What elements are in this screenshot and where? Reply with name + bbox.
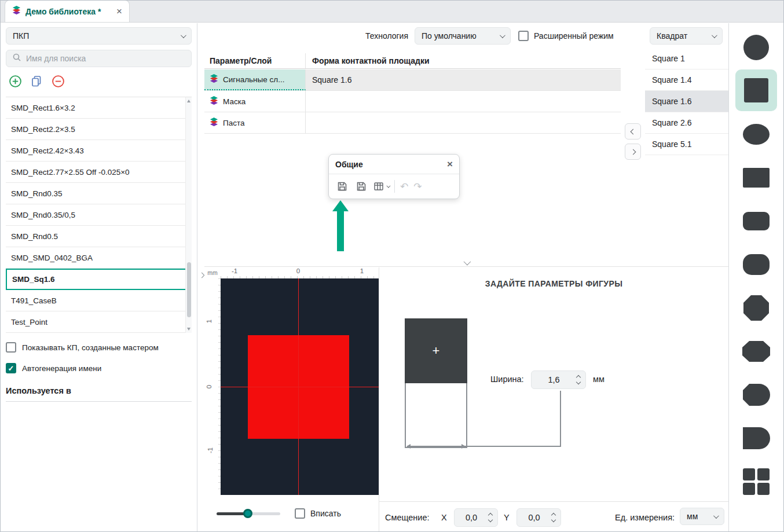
- pad-preview-canvas[interactable]: [221, 278, 379, 495]
- list-item[interactable]: SMD_Rnd0.35: [6, 183, 192, 204]
- palette-shape-octagon[interactable]: [742, 294, 770, 322]
- palette-shape-rounded-rectangle-large[interactable]: [742, 251, 770, 278]
- pad-table-header: Параметр/Слой Форма контактной площадки: [204, 53, 621, 69]
- offset-label: Смещение:: [385, 513, 430, 522]
- remove-pad-button[interactable]: [51, 74, 65, 88]
- palette-shape-circle[interactable]: [742, 34, 770, 61]
- zoom-slider[interactable]: [217, 509, 280, 518]
- save-all-button[interactable]: [354, 179, 368, 193]
- list-item-selected[interactable]: SMD_Sq1.6: [6, 269, 192, 290]
- shape-option-selected[interactable]: Square 1.6: [645, 91, 728, 112]
- palette-shape-rounded-rectangle[interactable]: [742, 207, 770, 235]
- width-spinner[interactable]: [531, 370, 586, 389]
- tab-demo-library[interactable]: Демо библиотека * ×: [5, 0, 130, 22]
- assign-left-button[interactable]: [625, 123, 641, 140]
- main-area: Технология По умолчанию Расширенный режи…: [204, 23, 728, 531]
- shape-option[interactable]: Square 2.6: [645, 112, 728, 134]
- units-dropdown[interactable]: мм: [680, 508, 724, 525]
- list-item[interactable]: SMD_SMD_0402_BGA: [6, 247, 192, 269]
- list-scrollbar[interactable]: [185, 97, 192, 333]
- list-item[interactable]: Test_Point: [6, 311, 192, 333]
- decrement-icon[interactable]: [551, 518, 556, 522]
- chevron-down-icon: [500, 32, 505, 38]
- table-view-button[interactable]: [373, 181, 389, 192]
- panel-close-icon[interactable]: ×: [447, 159, 453, 169]
- pad-actions: [6, 69, 192, 93]
- plus-icon: +: [433, 344, 440, 357]
- chevron-down-icon: [181, 32, 186, 38]
- offset-y-input[interactable]: [518, 513, 550, 522]
- redo-icon[interactable]: ↷: [413, 181, 422, 193]
- shape-palette: [728, 23, 783, 531]
- chevron-right-icon: [199, 272, 204, 278]
- decrement-icon[interactable]: [488, 518, 493, 522]
- offset-x-input[interactable]: [456, 513, 487, 522]
- list-item[interactable]: T491_CaseB: [6, 290, 192, 311]
- palette-shape-square[interactable]: [735, 69, 777, 111]
- list-item[interactable]: SMD_Rect2.77×2.55 Off -0.025×0: [6, 162, 192, 183]
- sidebar-collapse-handle[interactable]: [199, 269, 204, 281]
- palette-shape-ellipse[interactable]: [742, 120, 770, 148]
- extended-mode-label: Расширенный режим: [534, 31, 614, 41]
- offset-x-label: X: [441, 513, 447, 522]
- autoname-checkbox[interactable]: ✓: [6, 363, 16, 373]
- offset-x-spinner[interactable]: [454, 508, 498, 527]
- offset-y-label: Y: [504, 513, 510, 522]
- palette-shape-wide-octagon[interactable]: [742, 337, 770, 365]
- chevron-left-icon: [630, 129, 636, 134]
- annotation-arrow-up: [332, 200, 349, 251]
- table-row-signal-layers[interactable]: Сигнальные сл... Square 1.6: [204, 69, 621, 91]
- scroll-down-icon[interactable]: [187, 328, 190, 331]
- shape-option[interactable]: Square 5.1: [645, 134, 728, 155]
- search-input[interactable]: [26, 54, 185, 63]
- list-item[interactable]: SMD_Rect2.42×3.43: [6, 140, 192, 162]
- table-row-mask[interactable]: Маска: [204, 91, 621, 112]
- palette-shape-four-squares[interactable]: [742, 468, 770, 496]
- shape-option[interactable]: Square 1: [645, 48, 728, 69]
- list-item[interactable]: SMD_Rnd0.5: [6, 226, 192, 247]
- technology-label: Технология: [343, 31, 408, 41]
- scrollbar-thumb[interactable]: [187, 262, 191, 317]
- add-pad-button[interactable]: [8, 74, 22, 88]
- search-field[interactable]: [6, 50, 192, 67]
- palette-shape-d-shape[interactable]: [742, 424, 770, 452]
- vertical-ruler: 1 0 -1: [204, 278, 221, 495]
- origin-crosshair-horizontal: [221, 387, 379, 387]
- ruler-tick: 1: [206, 320, 213, 323]
- decrement-icon[interactable]: [576, 380, 581, 384]
- layer-shape-value[interactable]: [306, 91, 621, 112]
- copy-pad-button[interactable]: [30, 74, 43, 88]
- list-item[interactable]: SMD_Rect1.6×3.2: [6, 97, 192, 119]
- list-item[interactable]: SMD_Rnd0.35/0,5: [6, 204, 192, 226]
- column-header-layer: Параметр/Слой: [204, 53, 306, 68]
- technology-dropdown[interactable]: По умолчанию: [415, 27, 511, 45]
- table-row-paste[interactable]: Паста: [204, 112, 621, 134]
- list-item[interactable]: SMD_Rect2.2×3.5: [6, 119, 192, 140]
- offset-y-spinner[interactable]: [516, 508, 561, 527]
- layer-shape-value[interactable]: Square 1.6: [306, 69, 621, 90]
- canvas-footer: Вписать: [217, 504, 341, 523]
- show-master-checkbox[interactable]: [6, 342, 16, 353]
- autoname-label: Автогенерация имени: [22, 364, 101, 373]
- slider-knob[interactable]: [243, 509, 252, 518]
- shape-type-dropdown[interactable]: Квадрат: [650, 27, 723, 45]
- shape-option[interactable]: Square 1.4: [645, 69, 728, 91]
- layers-icon: [210, 117, 218, 129]
- width-dimension-arrow: [407, 446, 465, 447]
- fit-checkbox[interactable]: [295, 508, 305, 519]
- ruler-tick: -1: [207, 447, 214, 453]
- scroll-up-icon[interactable]: [187, 100, 190, 102]
- pad-type-dropdown[interactable]: ПКП: [6, 27, 192, 45]
- palette-shape-rectangle[interactable]: [742, 164, 770, 192]
- layer-shape-value[interactable]: [306, 112, 621, 133]
- tab-bar: Демо библиотека * ×: [1, 1, 783, 23]
- tab-title: Демо библиотека *: [25, 7, 101, 16]
- extended-mode-checkbox[interactable]: [518, 31, 529, 41]
- undo-icon[interactable]: ↶: [400, 181, 408, 193]
- panel-collapse-handle[interactable]: [204, 258, 728, 267]
- palette-shape-chamfered-round[interactable]: [742, 381, 770, 409]
- width-input[interactable]: [533, 375, 575, 384]
- save-button[interactable]: [335, 179, 349, 193]
- assign-right-button[interactable]: [625, 144, 641, 160]
- tab-close-icon[interactable]: ×: [116, 6, 122, 16]
